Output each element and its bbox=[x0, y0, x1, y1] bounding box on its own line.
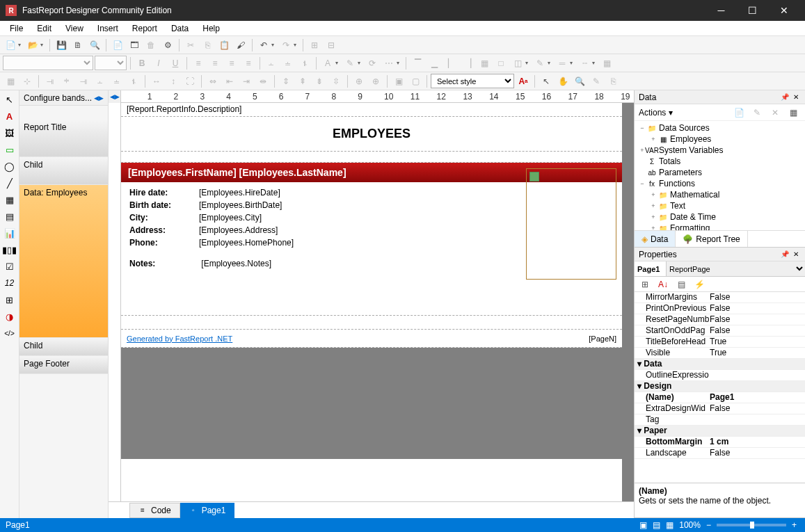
property-value[interactable]: False bbox=[707, 403, 805, 414]
rem-vspace-button[interactable]: ⇳ bbox=[328, 74, 344, 89]
pin-icon[interactable]: 📌 bbox=[780, 250, 790, 259]
bold-button[interactable]: B bbox=[134, 56, 150, 71]
paste-button[interactable]: 📋 bbox=[216, 38, 232, 53]
menu-report[interactable]: Report bbox=[125, 22, 164, 35]
format-copy-button[interactable]: ⎘ bbox=[605, 74, 621, 89]
space-vert-button[interactable]: ⇕ bbox=[278, 74, 294, 89]
border-bottom-button[interactable]: ▁ bbox=[427, 56, 442, 71]
align-bottoms-button[interactable]: ⫮ bbox=[126, 74, 141, 89]
align-right-button[interactable]: ≡ bbox=[224, 56, 239, 71]
richtext-object-icon[interactable]: 12 bbox=[2, 275, 17, 291]
tree-node[interactable]: +📁Date & Time bbox=[635, 211, 805, 223]
format-painter-button[interactable]: 🖌 bbox=[233, 38, 248, 53]
status-view3-icon[interactable]: ▦ bbox=[666, 520, 674, 530]
close-panel-icon[interactable]: ✕ bbox=[791, 250, 801, 259]
valign-top-button[interactable]: ⫠ bbox=[264, 56, 279, 71]
tab-code[interactable]: ≡ Code bbox=[129, 503, 180, 518]
property-row[interactable]: VisibleTrue bbox=[635, 348, 805, 359]
line-color-dropdown-icon[interactable]: ▾ bbox=[548, 60, 553, 66]
text-object-icon[interactable]: A bbox=[2, 108, 17, 124]
same-size-button[interactable]: ⛶ bbox=[182, 74, 198, 89]
center-vert-button[interactable]: ⊕ bbox=[368, 74, 383, 89]
expand-icon[interactable]: + bbox=[648, 213, 658, 220]
property-row[interactable]: BottomMargin1 cm bbox=[635, 437, 805, 448]
text-report-description[interactable]: [Report.ReportInfo.Description] bbox=[124, 103, 244, 115]
same-height-button[interactable]: ↕ bbox=[166, 74, 181, 89]
new-dropdown-icon[interactable]: ▾ bbox=[18, 42, 24, 48]
hand-tool-button[interactable]: ✋ bbox=[555, 74, 571, 89]
inc-hspace-button[interactable]: ⇤ bbox=[222, 74, 237, 89]
picture-placeholder[interactable] bbox=[526, 168, 616, 280]
dec-hspace-button[interactable]: ⇥ bbox=[239, 74, 254, 89]
send-back-button[interactable]: ▢ bbox=[408, 74, 423, 89]
tree-node[interactable]: +VARSystem Variables bbox=[635, 145, 805, 156]
border-left-button[interactable]: ▏ bbox=[443, 56, 459, 71]
border-right-button[interactable]: ▕ bbox=[460, 56, 475, 71]
border-none-button[interactable]: □ bbox=[493, 56, 509, 71]
property-row[interactable]: (Name)Page1 bbox=[635, 392, 805, 403]
redo-button[interactable]: ↷ bbox=[278, 38, 294, 53]
property-value[interactable] bbox=[707, 381, 805, 392]
delete-page-button[interactable]: 🗑 bbox=[143, 38, 159, 53]
property-value[interactable] bbox=[707, 426, 805, 436]
tree-node[interactable]: −📁Data Sources bbox=[635, 122, 805, 134]
fill-dropdown-icon[interactable]: ▾ bbox=[525, 60, 531, 66]
menu-help[interactable]: Help bbox=[196, 22, 227, 35]
property-type-combo[interactable]: ReportPage bbox=[667, 261, 805, 276]
band-report-title[interactable]: Report Title bbox=[19, 120, 108, 157]
same-width-button[interactable]: ↔ bbox=[149, 74, 164, 89]
tree-node[interactable]: ΣTotals bbox=[635, 156, 805, 167]
field-label[interactable]: Hire date: bbox=[129, 188, 199, 198]
cut-button[interactable]: ✂ bbox=[183, 38, 198, 53]
data-add-icon[interactable]: 📄 bbox=[731, 105, 747, 120]
vertical-ruler[interactable] bbox=[109, 103, 121, 501]
minimize-button[interactable]: ─ bbox=[706, 0, 737, 21]
bring-front-button[interactable]: ▣ bbox=[391, 74, 406, 89]
label-notes[interactable]: Notes: bbox=[129, 259, 199, 268]
tree-node[interactable]: +📁Text bbox=[635, 200, 805, 211]
expand-icon[interactable]: − bbox=[637, 180, 647, 187]
property-value[interactable]: 1 cm bbox=[707, 437, 805, 447]
field-value[interactable]: [Employees.HireDate] bbox=[199, 188, 280, 198]
data-view-icon[interactable]: ▦ bbox=[786, 105, 801, 120]
property-value[interactable] bbox=[707, 359, 805, 369]
property-category[interactable]: ▾ Design bbox=[635, 381, 805, 392]
footer-link[interactable]: Generated by FastReport .NET bbox=[127, 334, 232, 343]
line-style-button[interactable]: ╌ bbox=[577, 56, 592, 71]
open-button[interactable]: 📂 bbox=[25, 38, 40, 53]
field-value[interactable]: [Employees.BirthDate] bbox=[199, 200, 282, 210]
property-value[interactable]: True bbox=[707, 337, 805, 347]
tab-data[interactable]: ◈ Data bbox=[635, 231, 676, 247]
snap-button[interactable]: ⊹ bbox=[19, 74, 35, 89]
styles-button[interactable]: Aa bbox=[516, 74, 531, 89]
save-button[interactable]: 💾 bbox=[54, 38, 69, 53]
tree-node[interactable]: +▦Employees bbox=[635, 134, 805, 145]
table-object-icon[interactable]: ▦ bbox=[2, 192, 17, 207]
data-edit-icon[interactable]: ✎ bbox=[749, 105, 765, 120]
barcode-object-icon[interactable]: ▮▯▮ bbox=[2, 242, 17, 257]
html-object-icon[interactable]: </> bbox=[2, 325, 17, 341]
prop-alpha-icon[interactable]: A↓ bbox=[655, 277, 671, 292]
property-value[interactable]: True bbox=[707, 348, 805, 358]
actions-dropdown[interactable]: Actions ▾ bbox=[639, 108, 673, 118]
field-label[interactable]: Birth date: bbox=[129, 200, 199, 210]
data-tree[interactable]: −📁Data Sources+▦Employees+VARSystem Vari… bbox=[635, 121, 805, 230]
band-data-employees[interactable]: Data: Employees bbox=[19, 185, 108, 338]
zoom-slider[interactable] bbox=[717, 524, 786, 526]
fill-color-button[interactable]: ◫ bbox=[510, 56, 525, 71]
zoom-tool-button[interactable]: 🔍 bbox=[572, 74, 587, 89]
maximize-button[interactable]: ☐ bbox=[737, 0, 768, 21]
property-object-selector[interactable]: Page1 ReportPage bbox=[635, 261, 805, 277]
property-row[interactable]: Tag bbox=[635, 414, 805, 426]
band-object-icon[interactable]: ▭ bbox=[2, 142, 17, 157]
border-dialog-button[interactable]: ▦ bbox=[599, 56, 614, 71]
property-value[interactable]: False bbox=[707, 325, 805, 336]
field-value[interactable]: [Employees.City] bbox=[199, 213, 262, 223]
property-value[interactable]: False bbox=[707, 303, 805, 314]
grid-button[interactable]: ▦ bbox=[3, 74, 18, 89]
tab-page1[interactable]: ▫ Page1 bbox=[180, 503, 235, 518]
space-horiz-button[interactable]: ⇔ bbox=[205, 74, 221, 89]
align-middles-button[interactable]: ⫨ bbox=[109, 74, 125, 89]
close-button[interactable]: ✕ bbox=[768, 0, 799, 21]
align-right-edges-button[interactable]: ⫣ bbox=[76, 74, 91, 89]
